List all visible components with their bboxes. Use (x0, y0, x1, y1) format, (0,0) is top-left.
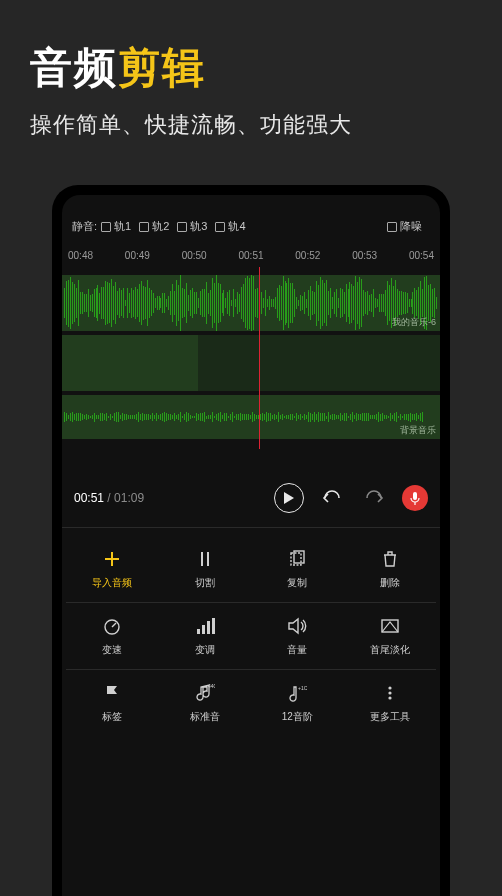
tool-label: 音量 (287, 643, 307, 657)
audio-clip[interactable]: 背景音乐 (62, 395, 440, 439)
tool-import[interactable]: 导入音频 (66, 538, 159, 600)
checkbox-icon (215, 222, 225, 232)
plus-icon (101, 548, 123, 570)
tool-label: 切割 (195, 576, 215, 590)
playhead[interactable] (259, 267, 260, 449)
track-1[interactable]: 我的音乐-6 (62, 275, 440, 331)
tool-copy[interactable]: 复制 (251, 538, 344, 600)
time-total: 01:09 (114, 491, 144, 505)
svg-rect-2 (207, 552, 209, 566)
audio-clip[interactable]: 我的音乐-6 (62, 275, 440, 331)
scale-icon: +1C (286, 682, 308, 704)
checkbox-icon (387, 222, 397, 232)
tool-grid: 导入音频切割复制删除 变速变调音量首尾淡化 标签440标准音+1C12音阶更多工… (62, 527, 440, 744)
tool-tune[interactable]: 440标准音 (159, 672, 252, 734)
svg-rect-9 (212, 618, 215, 634)
volume-icon (286, 615, 308, 637)
noise-reduction-toggle[interactable]: 降噪 (387, 219, 422, 234)
mute-track-4[interactable]: 轨4 (215, 219, 245, 234)
note-icon: 440 (194, 682, 216, 704)
tool-label: 导入音频 (92, 576, 132, 590)
undo-icon (321, 490, 343, 506)
svg-text:440: 440 (208, 683, 215, 689)
tool-cut[interactable]: 切割 (159, 538, 252, 600)
tracks-area[interactable]: 我的音乐-6 背景音乐 (62, 267, 440, 449)
trash-icon (379, 548, 401, 570)
svg-rect-0 (413, 492, 417, 500)
clip-label: 背景音乐 (400, 424, 436, 437)
mute-track-2[interactable]: 轨2 (139, 219, 169, 234)
tool-pitch[interactable]: 变调 (159, 605, 252, 667)
mute-label: 静音: (72, 219, 97, 234)
app-screen: 静音: 轨1 轨2 轨3 轨4 降噪 00:48 00:49 00:50 00:… (62, 195, 440, 896)
tool-speed[interactable]: 变速 (66, 605, 159, 667)
tool-scale[interactable]: +1C12音阶 (251, 672, 344, 734)
hero-subtitle: 操作简单、快捷流畅、功能强大 (30, 110, 472, 140)
bars-icon (194, 615, 216, 637)
undo-button[interactable] (318, 484, 346, 512)
tool-label: 更多工具 (370, 710, 410, 724)
tool-label: 12音阶 (282, 710, 313, 724)
mute-row: 静音: 轨1 轨2 轨3 轨4 降噪 (62, 195, 440, 240)
tool-fade[interactable]: 首尾淡化 (344, 605, 437, 667)
tool-label: 标签 (102, 710, 122, 724)
tool-label: 变调 (195, 643, 215, 657)
svg-rect-1 (201, 552, 203, 566)
time-current: 00:51 (74, 491, 104, 505)
divider (66, 669, 436, 670)
svg-rect-6 (197, 629, 200, 634)
time-display: 00:51 / 01:09 (74, 491, 144, 505)
tool-label: 删除 (380, 576, 400, 590)
mute-track-3[interactable]: 轨3 (177, 219, 207, 234)
track-3[interactable]: 背景音乐 (62, 395, 440, 439)
tool-row-3: 标签440标准音+1C12音阶更多工具 (66, 672, 436, 734)
svg-text:+1C: +1C (298, 685, 307, 691)
tool-label: 标准音 (190, 710, 220, 724)
svg-point-14 (388, 691, 391, 694)
ruler-tick: 00:50 (182, 250, 207, 261)
redo-icon (363, 490, 385, 506)
ruler-tick: 00:54 (409, 250, 434, 261)
copy-icon (286, 548, 308, 570)
timeline-ruler[interactable]: 00:48 00:49 00:50 00:51 00:52 00:53 00:5… (62, 240, 440, 267)
divider (66, 602, 436, 603)
tool-delete[interactable]: 删除 (344, 538, 437, 600)
ruler-tick: 00:49 (125, 250, 150, 261)
waveform-icon (62, 275, 440, 331)
page: 音频剪辑 操作简单、快捷流畅、功能强大 静音: 轨1 轨2 轨3 轨4 降噪 0… (0, 0, 502, 896)
cut-icon (194, 548, 216, 570)
checkbox-icon (139, 222, 149, 232)
tool-row-2: 变速变调音量首尾淡化 (66, 605, 436, 667)
ruler-tick: 00:48 (68, 250, 93, 261)
hero-title: 音频剪辑 (30, 40, 472, 96)
tool-row-1: 导入音频切割复制删除 (66, 538, 436, 600)
time-sep: / (104, 491, 114, 505)
checkbox-icon (177, 222, 187, 232)
flag-icon (101, 682, 123, 704)
ruler-tick: 00:51 (238, 250, 263, 261)
tool-label: 首尾淡化 (370, 643, 410, 657)
ruler-tick: 00:53 (352, 250, 377, 261)
svg-rect-7 (202, 625, 205, 634)
track-2[interactable] (62, 335, 440, 391)
waveform-icon (62, 395, 440, 439)
mic-icon (410, 491, 420, 505)
waveform-icon (62, 335, 198, 391)
play-button[interactable] (274, 483, 304, 513)
tool-label: 变速 (102, 643, 122, 657)
record-button[interactable] (402, 485, 428, 511)
tool-more[interactable]: 更多工具 (344, 672, 437, 734)
mute-track-1[interactable]: 轨1 (101, 219, 131, 234)
tool-tag[interactable]: 标签 (66, 672, 159, 734)
svg-rect-8 (207, 621, 210, 634)
speed-icon (101, 615, 123, 637)
device-frame: 静音: 轨1 轨2 轨3 轨4 降噪 00:48 00:49 00:50 00:… (52, 185, 450, 896)
more-icon (379, 682, 401, 704)
audio-clip[interactable] (62, 335, 198, 391)
redo-button[interactable] (360, 484, 388, 512)
tool-volume[interactable]: 音量 (251, 605, 344, 667)
svg-point-13 (388, 686, 391, 689)
hero-title-accent: 剪辑 (118, 44, 206, 91)
tool-label: 复制 (287, 576, 307, 590)
fade-icon (379, 615, 401, 637)
